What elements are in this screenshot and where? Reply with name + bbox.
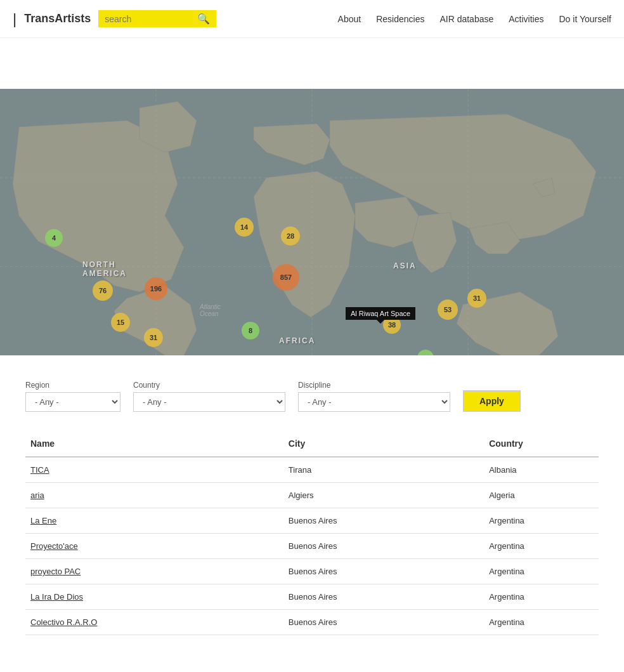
filter-section: Region - Any - Country - Any - Disciplin… bbox=[0, 355, 624, 425]
cluster-857[interactable]: 857 bbox=[273, 264, 299, 291]
table-row: Colectivo R.A.R.O Buenos Aires Argentina bbox=[25, 610, 599, 635]
cluster-38[interactable]: 38 bbox=[383, 316, 401, 334]
nav-about[interactable]: About bbox=[338, 14, 361, 24]
name-link[interactable]: proyecto PAC bbox=[30, 567, 81, 576]
cell-name: La Ene bbox=[25, 508, 283, 534]
cell-city: Buenos Aires bbox=[283, 610, 484, 635]
cell-name: Proyecto'ace bbox=[25, 534, 283, 559]
site-header: | TransArtists 🔍 About Residencies AIR d… bbox=[0, 0, 624, 38]
cluster-28[interactable]: 28 bbox=[281, 227, 300, 246]
name-link[interactable]: La Ene bbox=[30, 516, 56, 525]
cluster-76[interactable]: 76 bbox=[93, 280, 113, 301]
name-link[interactable]: Proyecto'ace bbox=[30, 541, 78, 551]
cell-city: Buenos Aires bbox=[283, 584, 484, 610]
discipline-filter-group: Discipline - Any - bbox=[298, 381, 450, 412]
name-link[interactable]: TICA bbox=[30, 465, 49, 475]
discipline-label: Discipline bbox=[298, 381, 450, 390]
cell-name: Colectivo R.A.R.O bbox=[25, 610, 283, 635]
cell-country: Argentina bbox=[484, 584, 599, 610]
table-row: Proyecto'ace Buenos Aires Argentina bbox=[25, 534, 599, 559]
cell-city: Algiers bbox=[283, 483, 484, 508]
region-label: Region bbox=[25, 381, 120, 390]
name-link[interactable]: La Ira De Dios bbox=[30, 592, 83, 602]
cell-city: Tirana bbox=[283, 457, 484, 483]
name-link[interactable]: aria bbox=[30, 491, 44, 500]
cluster-53[interactable]: 53 bbox=[438, 300, 458, 320]
cell-country: Argentina bbox=[484, 559, 599, 584]
table-row: aria Algiers Algeria bbox=[25, 483, 599, 508]
nav-air-database[interactable]: AIR database bbox=[439, 14, 493, 24]
table-row: La Ira De Dios Buenos Aires Argentina bbox=[25, 584, 599, 610]
country-filter-group: Country - Any - bbox=[133, 381, 285, 412]
apply-button[interactable]: Apply bbox=[463, 390, 521, 412]
cell-country: Albania bbox=[484, 457, 599, 483]
search-icon[interactable]: 🔍 bbox=[197, 13, 210, 25]
header-left: | TransArtists 🔍 bbox=[13, 10, 216, 28]
logo-text: TransArtists bbox=[24, 12, 91, 25]
filter-row: Region - Any - Country - Any - Disciplin… bbox=[25, 381, 599, 412]
col-header-city: City bbox=[283, 431, 484, 457]
logo-separator: | bbox=[13, 10, 16, 28]
cell-name: proyecto PAC bbox=[25, 559, 283, 584]
col-header-country: Country bbox=[484, 431, 599, 457]
cell-country: Argentina bbox=[484, 508, 599, 534]
col-header-name: Name bbox=[25, 431, 283, 457]
country-label: Country bbox=[133, 381, 285, 390]
table-row: proyecto PAC Buenos Aires Argentina bbox=[25, 559, 599, 584]
region-select[interactable]: - Any - bbox=[25, 392, 120, 412]
table-section: Name City Country TICA Tirana Albania ar… bbox=[0, 425, 624, 661]
nav-do-it-yourself[interactable]: Do it Yourself bbox=[559, 14, 612, 24]
main-nav: About Residencies AIR database Activitie… bbox=[338, 14, 611, 24]
cell-name: TICA bbox=[25, 457, 283, 483]
cell-country: Algeria bbox=[484, 483, 599, 508]
cell-country: Argentina bbox=[484, 534, 599, 559]
search-wrapper: 🔍 bbox=[98, 10, 216, 27]
results-table: Name City Country TICA Tirana Albania ar… bbox=[25, 431, 599, 635]
cluster-14[interactable]: 14 bbox=[235, 218, 254, 237]
cell-name: aria bbox=[25, 483, 283, 508]
cell-city: Buenos Aires bbox=[283, 508, 484, 534]
table-row: La Ene Buenos Aires Argentina bbox=[25, 508, 599, 534]
cluster-196[interactable]: 196 bbox=[145, 277, 167, 300]
region-filter-group: Region - Any - bbox=[25, 381, 120, 412]
cell-country: Argentina bbox=[484, 610, 599, 635]
nav-activities[interactable]: Activities bbox=[509, 14, 543, 24]
hero-space bbox=[0, 38, 624, 89]
nav-residencies[interactable]: Residencies bbox=[376, 14, 424, 24]
cluster-31-left[interactable]: 31 bbox=[144, 328, 163, 347]
table-header-row: Name City Country bbox=[25, 431, 599, 457]
world-map: NORTHAMERICA SOUTHAMERICA AFRICA ASIA OC… bbox=[0, 89, 624, 355]
cluster-31-right[interactable]: 31 bbox=[467, 289, 486, 308]
cluster-15[interactable]: 15 bbox=[111, 313, 130, 332]
cell-name: La Ira De Dios bbox=[25, 584, 283, 610]
name-link[interactable]: Colectivo R.A.R.O bbox=[30, 617, 97, 627]
search-input[interactable] bbox=[105, 14, 193, 24]
cluster-8[interactable]: 8 bbox=[242, 322, 259, 339]
country-select[interactable]: - Any - bbox=[133, 392, 285, 412]
cell-city: Buenos Aires bbox=[283, 559, 484, 584]
cell-city: Buenos Aires bbox=[283, 534, 484, 559]
discipline-select[interactable]: - Any - bbox=[298, 392, 450, 412]
cluster-4[interactable]: 4 bbox=[45, 229, 63, 247]
table-row: TICA Tirana Albania bbox=[25, 457, 599, 483]
